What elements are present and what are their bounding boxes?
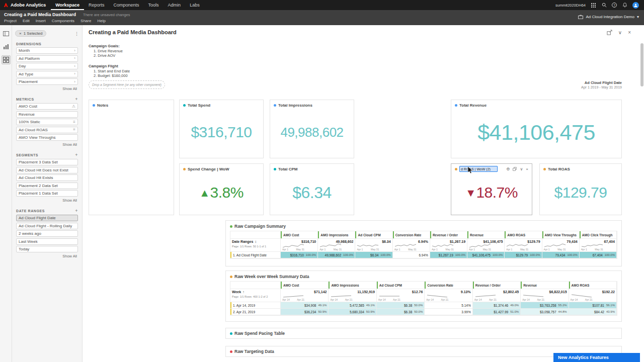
- notifications-bell-icon[interactable]: [622, 3, 627, 8]
- segment-item-placement-3[interactable]: Placement 3 Data Set: [16, 159, 78, 165]
- scrollbar-thumb[interactable]: [640, 43, 643, 86]
- close-panel-icon[interactable]: ×: [628, 30, 631, 35]
- segment-item-placement-1[interactable]: Placement 1 Data Set: [16, 190, 78, 197]
- new-analytics-features-button[interactable]: New Analytics Features: [553, 353, 640, 362]
- column-header[interactable]: AMO Impressions: [318, 231, 355, 239]
- dateranges-show-all[interactable]: Show All: [12, 254, 77, 258]
- components-icon[interactable]: [2, 55, 11, 64]
- column-header[interactable]: Ad Cloud CPM: [377, 282, 425, 289]
- table-cell[interactable]: 6.94%: [393, 252, 430, 258]
- add-date-range-icon[interactable]: +: [75, 208, 78, 213]
- table-cell[interactable]: $3,763,25855.2%: [521, 302, 569, 309]
- chevron-down-icon[interactable]: ∨: [520, 167, 523, 171]
- notes-card[interactable]: Notes: [89, 100, 174, 215]
- table-pagination[interactable]: Page: 1/1 Rows: 50 1-1 of 1: [232, 245, 279, 248]
- menu-edit[interactable]: Edit: [23, 19, 30, 23]
- chevron-right-icon[interactable]: ›: [74, 80, 75, 84]
- nav-tab-tools[interactable]: Tools: [144, 0, 164, 10]
- segment-item-placement-2[interactable]: Placement 2 Data Set: [16, 183, 78, 189]
- segment-item-hit-exists[interactable]: Ad Cloud Hit Exists: [16, 174, 78, 181]
- table-cell[interactable]: $84.4243.9%: [569, 309, 617, 315]
- total-cpm-card[interactable]: Total CPM $6.34: [270, 163, 354, 215]
- help-icon[interactable]: ?: [612, 3, 617, 8]
- raw-spend-pacing-table[interactable]: Raw Spend Pacing Table: [225, 328, 622, 339]
- close-icon[interactable]: ×: [19, 31, 22, 36]
- raw-wow-summary-table[interactable]: Raw Week over Week Summary Data AMO Cost…: [225, 270, 622, 322]
- viz-title-input[interactable]: [459, 166, 498, 172]
- add-metric-icon[interactable]: +: [75, 97, 78, 102]
- metric-item-amo-cost[interactable]: AMO Cost⚠: [16, 103, 78, 110]
- row-dimension-header[interactable]: Week↑ Page: 1/1 Rows: 400 1-2 of 2: [230, 289, 281, 302]
- table-cell[interactable]: $41,106,475100.0%: [467, 252, 505, 258]
- column-header[interactable]: Conversion Rate: [425, 282, 472, 289]
- search-icon[interactable]: [601, 3, 607, 8]
- total-revenue-card[interactable]: Total Revenue $41,106,475: [451, 100, 622, 158]
- column-header[interactable]: Revenue / Order: [473, 282, 521, 289]
- table-pagination[interactable]: Page: 1/1 Rows: 400 1-2 of 2: [232, 295, 279, 298]
- table-row-label[interactable]: 1. Ad Cloud Flight Date: [230, 252, 281, 258]
- column-header[interactable]: AMO Cost: [281, 231, 318, 239]
- dimension-item-placement[interactable]: Placement›: [16, 78, 78, 85]
- roas-wow-card[interactable]: ⚙ ∨ × ▼18.7%: [451, 163, 532, 215]
- menu-insert[interactable]: Insert: [36, 19, 46, 23]
- menu-components[interactable]: Components: [52, 19, 74, 23]
- column-header[interactable]: Conversion Rate: [393, 231, 430, 239]
- sort-icon[interactable]: ↕: [255, 240, 257, 243]
- daterange-item-last-week[interactable]: Last Week: [16, 238, 78, 245]
- vertical-scrollbar[interactable]: [640, 40, 643, 360]
- nav-tab-labs[interactable]: Labs: [185, 0, 204, 10]
- column-header[interactable]: Revenue: [467, 231, 505, 239]
- column-header[interactable]: Revenue: [521, 282, 569, 289]
- dimension-item-day[interactable]: Day›: [16, 63, 78, 69]
- column-header[interactable]: AMO ROAS: [569, 282, 617, 289]
- table-cell[interactable]: $316,710100.0%: [281, 252, 318, 258]
- gear-icon[interactable]: ⚙: [506, 167, 510, 171]
- sort-asc-icon[interactable]: ↑: [243, 290, 245, 294]
- collapse-panel-icon[interactable]: ∨: [618, 30, 622, 35]
- daterange-item-today[interactable]: Today: [16, 246, 78, 252]
- user-avatar[interactable]: [632, 2, 639, 9]
- metric-item-100-static[interactable]: 100% Static≡: [16, 119, 78, 125]
- table-cell[interactable]: 5,472,58549.1%: [329, 302, 376, 309]
- total-impressions-card[interactable]: Total Impressions 49,988,602: [270, 100, 354, 158]
- table-cell[interactable]: $1,374.4649.0%: [473, 302, 521, 309]
- table-cell[interactable]: 49,988,602100.0%: [318, 252, 355, 258]
- selected-filter-chip[interactable]: × 1 Selected: [15, 30, 46, 37]
- column-header[interactable]: AMO Impressions: [329, 282, 376, 289]
- table-cell[interactable]: $1,267.19100.0%: [430, 252, 467, 258]
- table-cell[interactable]: $34,90849.1%: [281, 302, 329, 309]
- metrics-show-all[interactable]: Show All: [12, 142, 77, 147]
- metric-item-amo-view-throughs[interactable]: AMO View Throughs: [16, 134, 78, 141]
- table-row-label[interactable]: 1. Apr 14, 2019: [230, 302, 281, 309]
- menu-share[interactable]: Share: [80, 19, 91, 23]
- column-header[interactable]: Ad Cloud CPM: [355, 231, 392, 239]
- total-spend-card[interactable]: Total Spend $316,710: [179, 100, 264, 158]
- total-roas-card[interactable]: Total ROAS $129.79: [539, 163, 622, 215]
- export-icon[interactable]: [607, 30, 612, 35]
- raw-campaign-summary-table[interactable]: Raw Campaign Summary AMO Cost AMO Impres…: [225, 220, 622, 266]
- table-cell[interactable]: 5.14%: [425, 302, 472, 309]
- report-suite-selector[interactable]: Ad Cloud Integration Demo ▾: [578, 15, 639, 19]
- nav-tab-workspace[interactable]: Workspace: [51, 0, 84, 10]
- app-switcher-icon[interactable]: [591, 3, 596, 8]
- dimension-item-ad-type[interactable]: Ad Type›: [16, 71, 78, 77]
- segment-drop-zone[interactable]: Drop a Segment Here (or any other compon…: [89, 80, 165, 89]
- table-cell[interactable]: $6.3850.0%: [377, 302, 425, 309]
- chevron-right-icon[interactable]: ›: [74, 72, 75, 76]
- table-cell[interactable]: $36,23450.9%: [281, 309, 329, 315]
- close-viz-icon[interactable]: ×: [526, 167, 528, 171]
- table-cell[interactable]: 5,680,33450.9%: [329, 309, 376, 315]
- daterange-item-2-weeks-ago[interactable]: 2 weeks ago: [16, 230, 78, 237]
- duplicate-icon[interactable]: [513, 167, 517, 171]
- column-header[interactable]: AMO View Throughs: [542, 231, 580, 239]
- column-header[interactable]: AMO Cost: [281, 282, 329, 289]
- dimension-item-month[interactable]: Month›: [16, 47, 78, 54]
- nav-tab-admin[interactable]: Admin: [164, 0, 186, 10]
- daterange-item-rolling-daily[interactable]: Ad Cloud Flight - Rolling Daily: [16, 223, 78, 229]
- visualizations-icon[interactable]: [2, 42, 11, 51]
- table-cell[interactable]: $6.34100.0%: [355, 252, 392, 258]
- dimension-item-ad-platform[interactable]: Ad Platform›: [16, 55, 78, 62]
- row-dimension-header[interactable]: Date Ranges↕ Page: 1/1 Rows: 50 1-1 of 1: [230, 239, 281, 252]
- table-cell[interactable]: $3,058,75744.8%: [521, 309, 569, 315]
- add-segment-icon[interactable]: +: [75, 152, 78, 157]
